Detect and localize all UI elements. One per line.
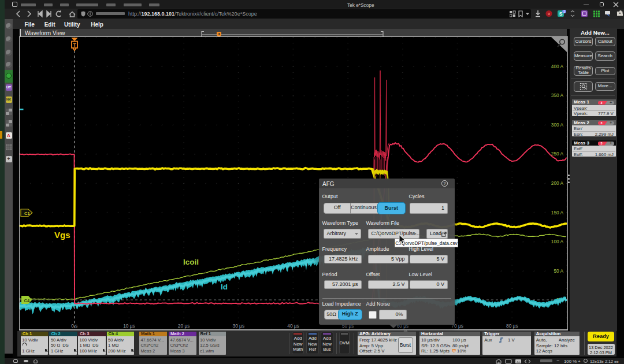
svg-text:40 µs: 40 µs <box>287 323 299 329</box>
svg-text:S: S <box>559 11 563 17</box>
svg-text:T: T <box>73 42 76 48</box>
svg-text:C1: C1 <box>24 211 30 216</box>
svg-text:80 µs: 80 µs <box>506 323 518 329</box>
svg-text:400 A: 400 A <box>551 64 564 69</box>
svg-text:300 A: 300 A <box>551 122 564 128</box>
svg-text:C4: C4 <box>24 298 30 303</box>
svg-text:3: 3 <box>563 10 565 13</box>
svg-text:10 µs: 10 µs <box>123 323 135 329</box>
svg-text:Id: Id <box>221 283 228 291</box>
svg-text:200 A: 200 A <box>551 180 564 186</box>
svg-text:20 µs: 20 µs <box>178 323 190 329</box>
svg-text:Icoil: Icoil <box>183 258 199 266</box>
svg-text:350 A: 350 A <box>551 92 564 98</box>
svg-text:150 A: 150 A <box>551 210 564 216</box>
svg-text:100 A: 100 A <box>551 239 564 244</box>
svg-text:30 µs: 30 µs <box>233 323 244 329</box>
svg-text:250 A: 250 A <box>551 151 564 157</box>
svg-text:U: U <box>548 12 550 16</box>
svg-text:50 A: 50 A <box>554 268 563 274</box>
svg-text:Vgs: Vgs <box>54 230 70 240</box>
